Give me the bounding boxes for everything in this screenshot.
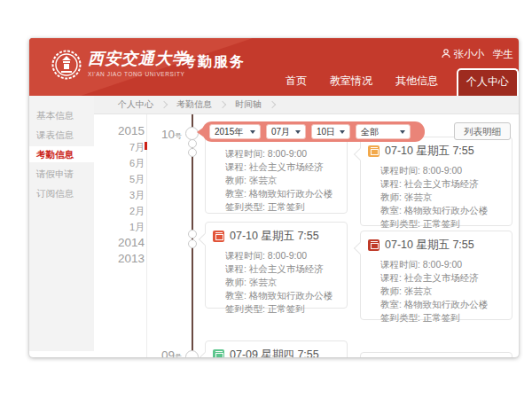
field-value: 社会主义市场经济 — [404, 272, 479, 283]
breadcrumb-item[interactable]: 考勤信息 — [176, 98, 212, 111]
card-header-text: 07-10 星期五 7:55 — [385, 238, 474, 253]
nav-tab-item[interactable]: 首页 — [274, 67, 318, 96]
type-dropdown-value: 全部 — [361, 126, 379, 138]
field-value: 格物致知行政办公楼 — [404, 205, 489, 215]
timeline-node[interactable] — [188, 230, 197, 239]
sidebar-item[interactable]: 请假申请 — [29, 166, 94, 182]
day-number: 09 — [161, 348, 175, 357]
date-filter-bar: 2015年 07月 10日 全部 — [202, 121, 425, 142]
breadcrumb-item[interactable]: 个人中心 — [118, 98, 153, 111]
field-label: 教室: — [380, 205, 404, 215]
card-header: 07-09 星期四 7:55 — [206, 341, 347, 357]
person-icon — [442, 49, 450, 60]
nav-tab-active[interactable]: 个人中心 — [457, 68, 519, 96]
timeline-node[interactable] — [188, 148, 197, 157]
sidebar-item[interactable]: 课表信息 — [29, 127, 94, 143]
card-field-row: 教室: 格物致知行政办公楼 — [380, 298, 505, 311]
card-field-row: 教室: 格物致知行政办公楼 — [380, 204, 505, 217]
field-label: 教师: — [380, 286, 404, 296]
month-dropdown[interactable]: 07月 — [266, 124, 306, 139]
field-label: 课程: — [380, 178, 404, 189]
chevron-down-icon — [295, 130, 301, 134]
type-dropdown[interactable]: 全部 — [356, 124, 411, 139]
year-dropdown-value: 2015年 — [215, 126, 243, 138]
attendance-card: 07-10 星期五 7:55课程时间: 8:00-9:00课程: 社会主义市场经… — [360, 231, 512, 320]
field-value: 正常签到 — [268, 303, 305, 314]
sidebar-item[interactable]: 基本信息 — [29, 107, 94, 123]
field-value: 正常签到 — [423, 312, 460, 323]
field-value: 8:00-9:00 — [423, 259, 462, 270]
axis-label-year[interactable]: 2013 — [106, 251, 145, 267]
axis-label-year[interactable]: 2014 — [106, 235, 145, 251]
attendance-record-icon — [368, 145, 379, 157]
nav-tab-item[interactable]: 其他信息 — [384, 67, 450, 96]
card-field-row: 签到类型: 正常签到 — [225, 302, 340, 316]
field-label: 签到类型: — [225, 201, 268, 212]
axis-label-month[interactable]: 5月 — [106, 171, 145, 187]
attendance-card: 07-10 星期五 7:55课程时间: 8:00-9:00课程: 社会主义市场经… — [205, 222, 348, 309]
field-value: 格物致知行政办公楼 — [249, 290, 333, 301]
card-field-row: 课程: 社会主义市场经济 — [225, 262, 340, 276]
attendance-card: 07-10 星期五 7:55课程时间: 8:00-9:00课程: 社会主义市场经… — [360, 137, 512, 226]
card-field-row: 教师: 张芸京 — [225, 174, 340, 187]
field-value: 社会主义市场经济 — [404, 178, 479, 189]
field-value: 社会主义市场经济 — [249, 263, 324, 274]
field-label: 课程: — [225, 263, 249, 274]
timeline-node[interactable] — [185, 350, 199, 357]
field-value: 张芸京 — [249, 277, 278, 287]
card-field-row: 课程: 社会主义市场经济 — [380, 177, 505, 191]
card-fields: 课程时间: 8:00-9:00课程: 社会主义市场经济教师: 张芸京教室: 格物… — [361, 253, 512, 325]
breadcrumb: 个人中心考勤信息时间轴 — [94, 96, 519, 114]
day-suffix: 号 — [175, 132, 182, 140]
card-fields: 课程时间: 8:00-9:00课程: 社会主义市场经济教师: 张芸京教室: 格物… — [361, 159, 512, 231]
axis-label-month[interactable]: 3月 — [106, 187, 145, 203]
current-month-marker — [145, 142, 147, 150]
list-detail-button[interactable]: 列表明细 — [454, 122, 511, 140]
axis-label-year[interactable]: 2015 — [106, 123, 145, 139]
card-header-text: 07-09 星期四 7:55 — [230, 348, 319, 357]
breadcrumb-separator-icon — [219, 101, 226, 108]
service-title: 考勤服务 — [182, 53, 246, 72]
axis-label-month[interactable]: 7月 — [106, 139, 145, 155]
chevron-down-icon — [250, 130, 255, 134]
field-value: 正常签到 — [423, 218, 460, 229]
sidebar-item[interactable]: 订阅信息 — [29, 185, 94, 201]
card-field-row: 教师: 张芸京 — [380, 285, 505, 298]
card-field-row: 课程时间: 8:00-9:00 — [225, 249, 340, 262]
sidebar-item[interactable]: 考勤信息 — [29, 146, 94, 162]
field-label: 签到类型: — [380, 312, 423, 323]
university-name-en: XI'AN JIAO TONG UNIVERSITY — [88, 71, 184, 77]
card-field-row: 课程: 社会主义市场经济 — [225, 160, 340, 174]
field-label: 教室: — [225, 188, 249, 199]
day-dropdown[interactable]: 10日 — [311, 124, 350, 139]
card-field-row: 签到类型: 正常签到 — [380, 217, 505, 231]
user-info[interactable]: 张小小 学生 — [442, 48, 514, 61]
field-label: 课程时间: — [380, 165, 423, 176]
field-label: 课程时间: — [380, 259, 423, 270]
attendance-card: 07-09 星期四 7:55 — [205, 340, 348, 357]
nav-tab-item[interactable]: 教室情况 — [318, 67, 384, 96]
field-value: 正常签到 — [268, 201, 305, 212]
sidebar: 基本信息课表信息考勤信息请假申请订阅信息 — [29, 96, 94, 351]
card-field-row: 教师: 张芸京 — [380, 191, 505, 204]
day-marker-09[interactable]: 09号 — [161, 347, 182, 357]
axis-label-month[interactable]: 6月 — [106, 155, 145, 171]
field-value: 8:00-9:00 — [423, 165, 462, 176]
main-nav: 首页教室情况其他信息个人中心 — [274, 67, 519, 96]
year-dropdown[interactable]: 2015年 — [209, 124, 261, 139]
field-value: 张芸京 — [249, 175, 278, 185]
field-value: 社会主义市场经济 — [249, 161, 324, 172]
chevron-down-icon — [340, 130, 345, 134]
timeline-node[interactable] — [188, 139, 197, 148]
card-header-text: 07-10 星期五 7:55 — [385, 144, 474, 159]
axis-label-month[interactable]: 2月 — [106, 203, 145, 219]
timeline-node[interactable] — [188, 239, 197, 248]
day-marker-10[interactable]: 10号 — [161, 126, 182, 142]
field-label: 教室: — [380, 299, 404, 309]
axis-label-month[interactable]: 1月 — [106, 219, 145, 235]
field-value: 8:00-9:00 — [268, 148, 307, 159]
user-role: 学生 — [493, 48, 513, 61]
card-field-row: 签到类型: 正常签到 — [380, 311, 505, 325]
field-value: 张芸京 — [404, 192, 433, 202]
breadcrumb-item[interactable]: 时间轴 — [235, 98, 262, 111]
